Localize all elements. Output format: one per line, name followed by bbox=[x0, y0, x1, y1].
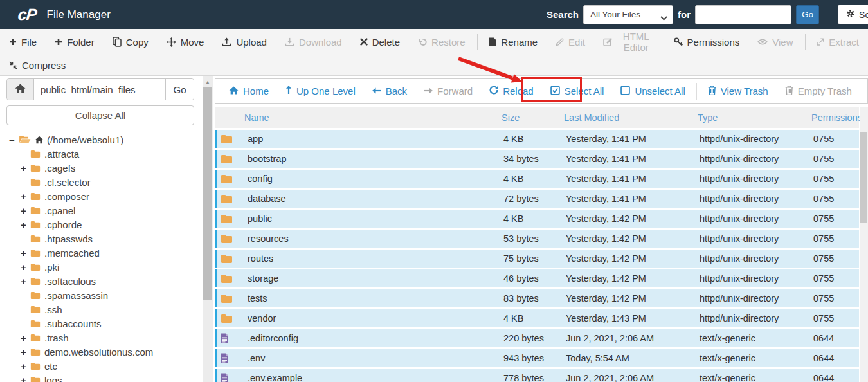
tree-toggle-icon[interactable]: + bbox=[21, 191, 30, 202]
file-row[interactable]: .env.example778 bytesJun 2, 2021, 2:06 A… bbox=[215, 369, 859, 382]
column-header-size[interactable]: Size bbox=[502, 113, 564, 123]
view-button[interactable]: View bbox=[748, 29, 802, 55]
tree-item[interactable]: .attracta bbox=[0, 147, 201, 161]
nav-view-trash-button[interactable]: View Trash bbox=[700, 86, 777, 97]
path-go-button[interactable]: Go bbox=[165, 79, 194, 100]
file-row[interactable]: app4 KBYesterday, 1:41 PMhttpd/unix-dire… bbox=[215, 130, 859, 148]
tree-item[interactable]: −(/home/websolu1) bbox=[0, 132, 201, 147]
settings-button[interactable]: Settings bbox=[838, 5, 868, 24]
tree-item-label[interactable]: .memcached bbox=[44, 248, 100, 259]
file-row[interactable]: .env943 bytesToday, 5:54 AMtext/x-generi… bbox=[215, 349, 859, 367]
path-input[interactable] bbox=[34, 79, 165, 100]
search-scope-select[interactable]: All Your Files bbox=[583, 5, 673, 24]
tree-item-label[interactable]: .cl.selector bbox=[44, 177, 91, 188]
delete-button[interactable]: Delete bbox=[351, 29, 409, 55]
tree-toggle-icon[interactable]: + bbox=[21, 163, 30, 174]
file-row[interactable]: public4 KBYesterday, 1:42 PMhttpd/unix-d… bbox=[215, 210, 859, 228]
nav-select-all-button[interactable]: Select All bbox=[542, 86, 613, 97]
file-row[interactable]: storage46 bytesYesterday, 1:42 PMhttpd/u… bbox=[215, 269, 859, 287]
tree-item-label[interactable]: (/home/websolu1) bbox=[47, 134, 123, 145]
file-button[interactable]: File bbox=[0, 29, 46, 55]
tree-item[interactable]: +.cphorde bbox=[0, 217, 201, 232]
nav-reload-button[interactable]: Reload bbox=[481, 86, 542, 96]
file-list-scrollbar[interactable] bbox=[860, 107, 868, 382]
tree-item[interactable]: +.cpanel bbox=[0, 203, 201, 217]
file-list-scrollbar-thumb[interactable] bbox=[860, 132, 867, 223]
file-row[interactable]: config4 KBYesterday, 1:41 PMhttpd/unix-d… bbox=[215, 170, 859, 188]
file-row[interactable]: .editorconfig220 bytesJun 2, 2021, 2:06 … bbox=[215, 329, 859, 347]
tree-item-label[interactable]: .trash bbox=[44, 332, 69, 343]
tree-item-label[interactable]: etc bbox=[44, 361, 57, 372]
html-editor-button[interactable]: HTML Editor bbox=[594, 29, 665, 55]
tree-item-label[interactable]: demo.websolutionus.com bbox=[44, 347, 153, 358]
tree-item[interactable]: .htpasswds bbox=[0, 232, 201, 246]
search-go-button[interactable]: Go bbox=[796, 5, 819, 24]
move-button[interactable]: Move bbox=[158, 29, 213, 55]
file-row[interactable]: bootstrap34 bytesYesterday, 1:41 PMhttpd… bbox=[215, 150, 859, 168]
upload-button[interactable]: Upload bbox=[213, 29, 276, 55]
tree-toggle-icon[interactable]: − bbox=[9, 134, 19, 145]
tree-toggle-icon[interactable]: + bbox=[21, 262, 30, 273]
file-row[interactable]: routes75 bytesYesterday, 1:42 PMhttpd/un… bbox=[215, 250, 859, 268]
tree-toggle-icon[interactable]: + bbox=[21, 332, 30, 343]
tree-item-label[interactable]: .composer bbox=[44, 191, 89, 202]
extract-button[interactable]: Extract bbox=[808, 29, 868, 55]
sidebar-scrollbar[interactable]: ▲ bbox=[203, 76, 213, 382]
tree-item[interactable]: +logs bbox=[0, 373, 201, 382]
tree-item[interactable]: +.cagefs bbox=[0, 161, 201, 175]
tree-item[interactable]: +etc bbox=[0, 359, 201, 373]
file-row[interactable]: vendor4 KBYesterday, 1:43 PMhttpd/unix-d… bbox=[215, 309, 859, 327]
nav-forward-button[interactable]: Forward bbox=[415, 86, 481, 96]
tree-item[interactable]: +.memcached bbox=[0, 246, 201, 260]
column-header-type[interactable]: Type bbox=[698, 113, 811, 123]
tree-item[interactable]: .subaccounts bbox=[0, 316, 201, 331]
home-path-button[interactable] bbox=[7, 79, 34, 100]
tree-item[interactable]: .cl.selector bbox=[0, 175, 201, 189]
tree-item-label[interactable]: .htpasswds bbox=[44, 233, 93, 244]
folder-button[interactable]: Folder bbox=[46, 29, 104, 55]
nav-home-button[interactable]: Home bbox=[221, 86, 277, 96]
search-input[interactable] bbox=[695, 5, 791, 24]
restore-button[interactable]: Restore bbox=[409, 29, 475, 55]
nav-up-one-level-button[interactable]: Up One Level bbox=[277, 86, 364, 96]
compress-button[interactable]: Compress bbox=[0, 55, 75, 75]
file-row[interactable]: resources53 bytesYesterday, 1:42 PMhttpd… bbox=[215, 230, 859, 248]
tree-item-label[interactable]: .pki bbox=[44, 262, 59, 273]
tree-item[interactable]: .ssh bbox=[0, 302, 201, 316]
scroll-up-icon[interactable]: ▲ bbox=[203, 76, 213, 86]
nav-back-button[interactable]: Back bbox=[364, 86, 415, 96]
edit-button[interactable]: Edit bbox=[547, 29, 594, 55]
sidebar-scrollbar-thumb[interactable] bbox=[203, 87, 212, 300]
column-header-modified[interactable]: Last Modified bbox=[564, 113, 698, 123]
tree-toggle-icon[interactable]: + bbox=[21, 361, 30, 372]
tree-item-label[interactable]: .cphorde bbox=[44, 219, 82, 230]
tree-item-label[interactable]: .cpanel bbox=[44, 205, 75, 216]
tree-item[interactable]: +.softaculous bbox=[0, 274, 201, 288]
tree-item-label[interactable]: .ssh bbox=[44, 304, 62, 315]
tree-toggle-icon[interactable]: + bbox=[21, 219, 30, 230]
rename-button[interactable]: Rename bbox=[480, 29, 547, 55]
copy-button[interactable]: Copy bbox=[104, 29, 158, 55]
column-header-permissions[interactable]: Permissions bbox=[811, 113, 862, 123]
tree-item-label[interactable]: .cagefs bbox=[44, 163, 75, 174]
file-row[interactable]: tests83 bytesYesterday, 1:42 PMhttpd/uni… bbox=[215, 289, 859, 307]
tree-toggle-icon[interactable]: + bbox=[21, 276, 30, 287]
tree-toggle-icon[interactable]: + bbox=[21, 248, 30, 259]
tree-item[interactable]: +.composer bbox=[0, 189, 201, 203]
tree-item-label[interactable]: logs bbox=[44, 375, 62, 382]
tree-item-label[interactable]: .subaccounts bbox=[44, 318, 101, 329]
nav-empty-trash-button[interactable]: Empty Trash bbox=[777, 86, 860, 97]
collapse-all-button[interactable]: Collapse All bbox=[6, 105, 194, 125]
tree-item[interactable]: +.trash bbox=[0, 331, 201, 345]
tree-item[interactable]: +.pki bbox=[0, 260, 201, 274]
tree-item-label[interactable]: .softaculous bbox=[44, 276, 96, 287]
tree-toggle-icon[interactable]: + bbox=[21, 347, 30, 358]
tree-item[interactable]: .spamassassin bbox=[0, 288, 201, 302]
tree-toggle-icon[interactable]: + bbox=[21, 375, 30, 382]
tree-item-label[interactable]: .attracta bbox=[44, 149, 79, 159]
column-header-name[interactable]: Name bbox=[244, 113, 502, 123]
tree-item-label[interactable]: .spamassassin bbox=[44, 290, 108, 301]
file-row[interactable]: database72 bytesYesterday, 1:41 PMhttpd/… bbox=[215, 190, 859, 208]
tree-toggle-icon[interactable]: + bbox=[21, 205, 30, 216]
nav-unselect-all-button[interactable]: Unselect All bbox=[612, 86, 693, 97]
